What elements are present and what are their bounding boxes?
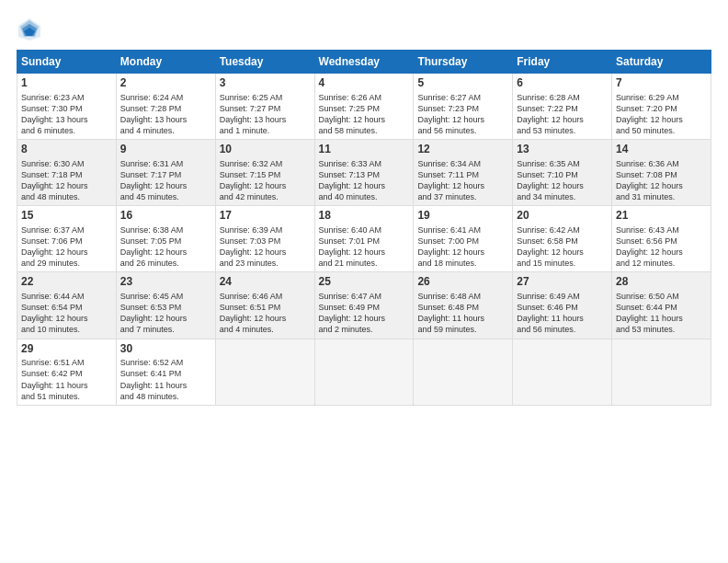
day-number: 14 xyxy=(616,143,707,157)
calendar-cell: 18Sunrise: 6:40 AM Sunset: 7:01 PM Dayli… xyxy=(314,206,414,272)
calendar-cell: 1Sunrise: 6:23 AM Sunset: 7:30 PM Daylig… xyxy=(17,74,117,140)
day-number: 26 xyxy=(417,275,508,290)
day-number: 29 xyxy=(21,342,112,357)
day-info: Sunrise: 6:29 AM Sunset: 7:20 PM Dayligh… xyxy=(616,92,707,137)
logo-icon xyxy=(17,17,42,42)
calendar-cell: 12Sunrise: 6:34 AM Sunset: 7:11 PM Dayli… xyxy=(414,140,513,206)
col-header-wednesday: Wednesday xyxy=(314,51,414,74)
calendar-cell: 29Sunrise: 6:51 AM Sunset: 6:42 PM Dayli… xyxy=(17,339,117,405)
page: SundayMondayTuesdayWednesdayThursdayFrid… xyxy=(0,0,728,563)
week-row-5: 29Sunrise: 6:51 AM Sunset: 6:42 PM Dayli… xyxy=(17,339,711,405)
calendar-cell: 4Sunrise: 6:26 AM Sunset: 7:25 PM Daylig… xyxy=(314,74,414,140)
calendar-cell: 9Sunrise: 6:31 AM Sunset: 7:17 PM Daylig… xyxy=(116,140,215,206)
col-header-saturday: Saturday xyxy=(612,51,711,74)
calendar-cell: 26Sunrise: 6:48 AM Sunset: 6:48 PM Dayli… xyxy=(414,272,513,339)
calendar-cell: 13Sunrise: 6:35 AM Sunset: 7:10 PM Dayli… xyxy=(513,140,612,206)
calendar-cell: 7Sunrise: 6:29 AM Sunset: 7:20 PM Daylig… xyxy=(612,74,711,140)
day-number: 3 xyxy=(220,76,311,91)
day-info: Sunrise: 6:50 AM Sunset: 6:44 PM Dayligh… xyxy=(616,291,707,336)
day-number: 8 xyxy=(21,143,112,157)
day-number: 28 xyxy=(616,275,707,290)
day-number: 21 xyxy=(616,209,707,224)
col-header-thursday: Thursday xyxy=(414,51,513,74)
calendar-cell: 21Sunrise: 6:43 AM Sunset: 6:56 PM Dayli… xyxy=(612,206,711,272)
calendar-table: SundayMondayTuesdayWednesdayThursdayFrid… xyxy=(17,50,711,406)
day-info: Sunrise: 6:26 AM Sunset: 7:25 PM Dayligh… xyxy=(319,92,410,137)
calendar-header-row: SundayMondayTuesdayWednesdayThursdayFrid… xyxy=(17,51,711,74)
calendar-cell: 15Sunrise: 6:37 AM Sunset: 7:06 PM Dayli… xyxy=(17,206,117,272)
day-info: Sunrise: 6:23 AM Sunset: 7:30 PM Dayligh… xyxy=(21,92,112,137)
day-info: Sunrise: 6:35 AM Sunset: 7:10 PM Dayligh… xyxy=(517,158,608,203)
calendar-cell xyxy=(612,339,711,405)
week-row-1: 1Sunrise: 6:23 AM Sunset: 7:30 PM Daylig… xyxy=(17,74,711,140)
day-info: Sunrise: 6:27 AM Sunset: 7:23 PM Dayligh… xyxy=(417,92,508,137)
day-number: 22 xyxy=(21,275,112,290)
calendar-cell: 17Sunrise: 6:39 AM Sunset: 7:03 PM Dayli… xyxy=(215,206,314,272)
day-info: Sunrise: 6:46 AM Sunset: 6:51 PM Dayligh… xyxy=(220,291,311,336)
calendar-cell xyxy=(215,339,314,405)
day-info: Sunrise: 6:37 AM Sunset: 7:06 PM Dayligh… xyxy=(21,224,112,270)
day-number: 11 xyxy=(319,143,410,157)
day-info: Sunrise: 6:51 AM Sunset: 6:42 PM Dayligh… xyxy=(21,357,112,402)
logo xyxy=(17,17,48,42)
day-number: 1 xyxy=(21,76,112,91)
day-info: Sunrise: 6:41 AM Sunset: 7:00 PM Dayligh… xyxy=(417,224,508,270)
week-row-4: 22Sunrise: 6:44 AM Sunset: 6:54 PM Dayli… xyxy=(17,272,711,339)
header xyxy=(17,17,711,42)
day-number: 12 xyxy=(417,143,508,157)
day-number: 25 xyxy=(319,275,410,290)
calendar-cell: 20Sunrise: 6:42 AM Sunset: 6:58 PM Dayli… xyxy=(513,206,612,272)
day-number: 24 xyxy=(220,275,311,290)
day-info: Sunrise: 6:32 AM Sunset: 7:15 PM Dayligh… xyxy=(220,158,311,203)
calendar-cell: 10Sunrise: 6:32 AM Sunset: 7:15 PM Dayli… xyxy=(215,140,314,206)
day-info: Sunrise: 6:31 AM Sunset: 7:17 PM Dayligh… xyxy=(120,158,211,203)
day-number: 20 xyxy=(517,209,608,224)
day-info: Sunrise: 6:47 AM Sunset: 6:49 PM Dayligh… xyxy=(319,291,410,336)
calendar-cell: 16Sunrise: 6:38 AM Sunset: 7:05 PM Dayli… xyxy=(116,206,215,272)
day-info: Sunrise: 6:45 AM Sunset: 6:53 PM Dayligh… xyxy=(120,291,211,336)
day-number: 6 xyxy=(517,76,608,91)
day-info: Sunrise: 6:30 AM Sunset: 7:18 PM Dayligh… xyxy=(21,158,112,203)
calendar-cell: 27Sunrise: 6:49 AM Sunset: 6:46 PM Dayli… xyxy=(513,272,612,339)
day-number: 7 xyxy=(616,76,707,91)
day-number: 2 xyxy=(120,76,211,91)
day-info: Sunrise: 6:24 AM Sunset: 7:28 PM Dayligh… xyxy=(120,92,211,137)
col-header-tuesday: Tuesday xyxy=(215,51,314,74)
calendar-cell: 11Sunrise: 6:33 AM Sunset: 7:13 PM Dayli… xyxy=(314,140,414,206)
day-number: 23 xyxy=(120,275,211,290)
calendar-cell: 3Sunrise: 6:25 AM Sunset: 7:27 PM Daylig… xyxy=(215,74,314,140)
calendar-cell: 25Sunrise: 6:47 AM Sunset: 6:49 PM Dayli… xyxy=(314,272,414,339)
day-info: Sunrise: 6:34 AM Sunset: 7:11 PM Dayligh… xyxy=(417,158,508,203)
day-info: Sunrise: 6:39 AM Sunset: 7:03 PM Dayligh… xyxy=(220,224,311,270)
calendar-cell: 22Sunrise: 6:44 AM Sunset: 6:54 PM Dayli… xyxy=(17,272,117,339)
col-header-sunday: Sunday xyxy=(17,51,117,74)
week-row-2: 8Sunrise: 6:30 AM Sunset: 7:18 PM Daylig… xyxy=(17,140,711,206)
day-number: 30 xyxy=(120,342,211,357)
calendar-cell xyxy=(314,339,414,405)
calendar-cell: 2Sunrise: 6:24 AM Sunset: 7:28 PM Daylig… xyxy=(116,74,215,140)
day-number: 9 xyxy=(120,143,211,157)
day-number: 16 xyxy=(120,209,211,224)
calendar-cell: 8Sunrise: 6:30 AM Sunset: 7:18 PM Daylig… xyxy=(17,140,117,206)
col-header-friday: Friday xyxy=(513,51,612,74)
day-info: Sunrise: 6:28 AM Sunset: 7:22 PM Dayligh… xyxy=(517,92,608,137)
day-info: Sunrise: 6:49 AM Sunset: 6:46 PM Dayligh… xyxy=(517,291,608,336)
day-number: 15 xyxy=(21,209,112,224)
day-info: Sunrise: 6:33 AM Sunset: 7:13 PM Dayligh… xyxy=(319,158,410,203)
col-header-monday: Monday xyxy=(116,51,215,74)
day-number: 10 xyxy=(220,143,311,157)
day-info: Sunrise: 6:43 AM Sunset: 6:56 PM Dayligh… xyxy=(616,224,707,270)
calendar-cell: 14Sunrise: 6:36 AM Sunset: 7:08 PM Dayli… xyxy=(612,140,711,206)
day-number: 17 xyxy=(220,209,311,224)
calendar-cell xyxy=(513,339,612,405)
day-info: Sunrise: 6:36 AM Sunset: 7:08 PM Dayligh… xyxy=(616,158,707,203)
day-number: 4 xyxy=(319,76,410,91)
day-number: 18 xyxy=(319,209,410,224)
calendar-cell xyxy=(414,339,513,405)
day-info: Sunrise: 6:40 AM Sunset: 7:01 PM Dayligh… xyxy=(319,224,410,270)
day-info: Sunrise: 6:38 AM Sunset: 7:05 PM Dayligh… xyxy=(120,224,211,270)
day-info: Sunrise: 6:48 AM Sunset: 6:48 PM Dayligh… xyxy=(417,291,508,336)
day-number: 13 xyxy=(517,143,608,157)
calendar-cell: 5Sunrise: 6:27 AM Sunset: 7:23 PM Daylig… xyxy=(414,74,513,140)
calendar-cell: 28Sunrise: 6:50 AM Sunset: 6:44 PM Dayli… xyxy=(612,272,711,339)
